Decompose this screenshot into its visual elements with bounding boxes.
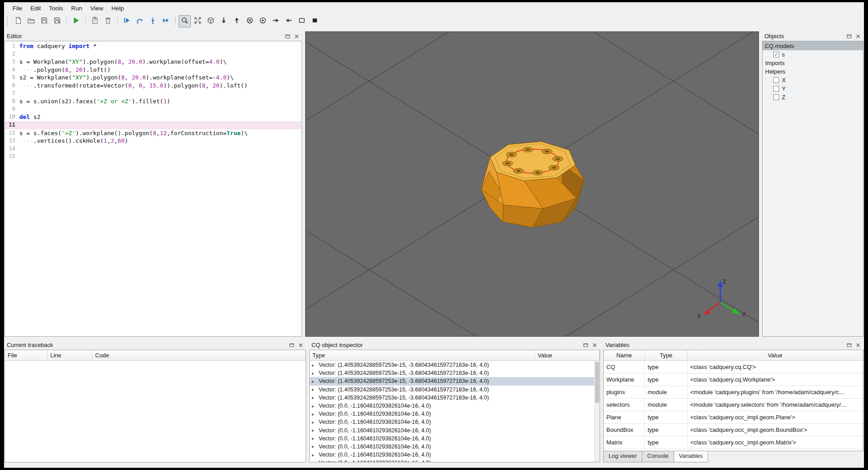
column-header-type[interactable]: Type [310,350,535,360]
expand-arrow-icon[interactable]: ▸ [312,395,316,400]
toolbar-drag-handle[interactable] [7,17,9,25]
close-panel-icon[interactable] [297,342,304,348]
inspector-row[interactable]: ▸Vector: (1.4053924288597253e-15, -3.680… [310,369,600,377]
expand-arrow-icon[interactable]: ▸ [312,444,316,449]
inspector-scrollbar[interactable] [594,361,600,462]
inspector-row[interactable]: ▸Vector: (1.4053924288597253e-15, -3.680… [310,386,600,394]
3d-scene[interactable]: ZXY [306,32,759,336]
float-panel-icon[interactable] [846,342,852,348]
menu-tools[interactable]: Tools [45,4,67,13]
menu-run[interactable]: Run [67,4,87,13]
tree-item-imports[interactable]: Imports [763,59,863,67]
unchecked-checkbox[interactable] [773,77,779,83]
run-button[interactable] [70,15,82,27]
target-dot-button[interactable] [257,15,269,27]
expand-arrow-icon[interactable]: ▸ [312,371,316,376]
code-line-1[interactable]: 1from cadquery import * [5,42,302,50]
rect-filled-button[interactable] [309,15,321,27]
code-line-2[interactable]: 2 [5,50,302,58]
float-panel-icon[interactable] [846,33,852,40]
menu-help[interactable]: Help [107,4,128,13]
step-over-button[interactable] [134,15,146,27]
expand-arrow-icon[interactable]: ▸ [312,412,316,417]
code-line-13[interactable]: 13····.vertices().cskHole(1,2,60) [5,137,302,145]
folder-open-button[interactable] [25,15,37,27]
menu-file[interactable]: File [9,4,26,13]
tab-console[interactable]: Console [642,451,674,462]
code-line-5[interactable]: 5s2 = Workplane("XY").polygon(8, 20.0).w… [5,74,302,82]
expand-arrow-icon[interactable]: ▸ [312,428,316,433]
code-line-4[interactable]: 4····.polygon(8, 20).loft() [5,66,302,74]
file-new-button[interactable] [12,15,24,27]
inspector-row[interactable]: ▸Vector: (0.0, -1.1604610293826104e-16, … [310,426,600,435]
inspector-row[interactable]: ▸Vector: (0.0, -1.1604610293826104e-16, … [310,418,600,426]
variable-row-matrix[interactable]: Matrixtype<class 'cadquery.occ_impl.geom… [604,436,863,449]
variable-row-boundbox[interactable]: BoundBoxtype<class 'cadquery.occ_impl.ge… [604,424,863,436]
rect-outline-button[interactable] [296,15,308,27]
tree-item-y[interactable]: Y [763,84,863,93]
arrow-left-button[interactable] [283,15,295,27]
expand-arrow-icon[interactable]: ▸ [312,420,316,425]
code-line-6[interactable]: 6····.transformed(rotate=Vector(0, 0, 15… [5,82,302,90]
zoom-button[interactable] [179,15,191,27]
close-panel-icon[interactable] [293,33,300,40]
expand-arrow-icon[interactable]: ▸ [312,461,316,462]
debug-continue-button[interactable] [121,15,133,27]
variable-row-plane[interactable]: Planetype<class 'cadquery.occ_impl.geom.… [604,411,863,424]
close-panel-icon[interactable] [591,342,598,348]
cq-models-group-row[interactable]: CQ models [763,41,863,50]
column-header-code[interactable]: Code [92,350,306,360]
unchecked-checkbox[interactable] [773,86,779,92]
inspector-row[interactable]: ▸Vector: (1.4053924288597253e-15, -3.680… [310,394,600,402]
tab-variables[interactable]: Variables [674,451,708,462]
close-panel-icon[interactable] [855,33,861,40]
menu-edit[interactable]: Edit [26,4,45,13]
tree-item-x[interactable]: X [763,76,863,84]
code-line-14[interactable]: 14 [5,145,302,153]
variable-row-cq[interactable]: CQtype<class 'cadquery.cq.CQ'> [604,361,863,373]
step-into-button[interactable] [147,15,159,27]
target-cross-button[interactable] [244,15,256,27]
code-line-10[interactable]: 10del s2 [5,113,302,121]
3d-viewport[interactable]: ZXY [305,31,759,337]
inspector-row[interactable]: ▸Vector: (0.0, -1.1604610293826104e-16, … [310,435,600,443]
menu-view[interactable]: View [86,4,107,13]
tree-item-s[interactable]: ✓s [763,50,863,59]
save-button[interactable] [38,15,50,27]
float-panel-icon[interactable] [284,33,291,40]
code-line-12[interactable]: 12s = s.faces('>Z').workplane().polygon(… [5,129,302,137]
code-line-15[interactable]: 15 [5,153,302,161]
cad-model[interactable] [481,141,584,228]
trash-button[interactable] [102,15,114,27]
arrow-down-button[interactable] [218,15,230,27]
tree-item-helpers[interactable]: Helpers [763,67,863,76]
expand-arrow-icon[interactable]: ▸ [312,363,316,368]
clipboard-button[interactable] [89,15,101,27]
code-editor[interactable]: 1from cadquery import *23s = Workplane("… [4,41,302,337]
code-line-3[interactable]: 3s = Workplane("XY").polygon(8, 20.0).wo… [5,58,302,66]
column-header-file[interactable]: File [5,350,48,360]
column-header-type[interactable]: Type [645,350,688,360]
variable-row-workplane[interactable]: Workplanetype<class 'cadquery.cq.Workpla… [604,373,863,386]
arrow-up-button[interactable] [231,15,243,27]
tab-log-viewer[interactable]: Log viewer [603,451,642,462]
unchecked-checkbox[interactable] [773,94,779,100]
code-line-11[interactable]: 11 [5,121,302,129]
code-line-8[interactable]: 8s = s.union(s2).faces('>Z or <Z').fille… [5,97,302,105]
close-panel-icon[interactable] [855,342,861,348]
code-line-7[interactable]: 7 [5,90,302,98]
expand-arrow-icon[interactable]: ▸ [312,387,316,392]
expand-arrow-icon[interactable]: ▸ [312,379,316,384]
inspector-row[interactable]: ▸Vector: (0.0, -1.1604610293826104e-16, … [310,402,600,410]
column-header-name[interactable]: Name [604,350,645,360]
variable-row-plugins[interactable]: pluginsmodule<module 'cadquery.plugins' … [604,386,863,399]
checked-checkbox[interactable]: ✓ [773,52,779,57]
scrollbar-thumb[interactable] [595,362,599,403]
fast-forward-button[interactable] [160,15,172,27]
arrow-right-button[interactable] [270,15,282,27]
column-header-value[interactable]: Value [688,350,863,360]
save-as-button[interactable] [51,15,63,27]
fit-view-button[interactable] [192,15,204,27]
inspector-row[interactable]: ▸Vector: (1.4053924288597253e-15, -3.680… [310,361,600,369]
inspector-row[interactable]: ▸Vector: (1.4053924288597253e-15, -3.680… [310,377,600,385]
